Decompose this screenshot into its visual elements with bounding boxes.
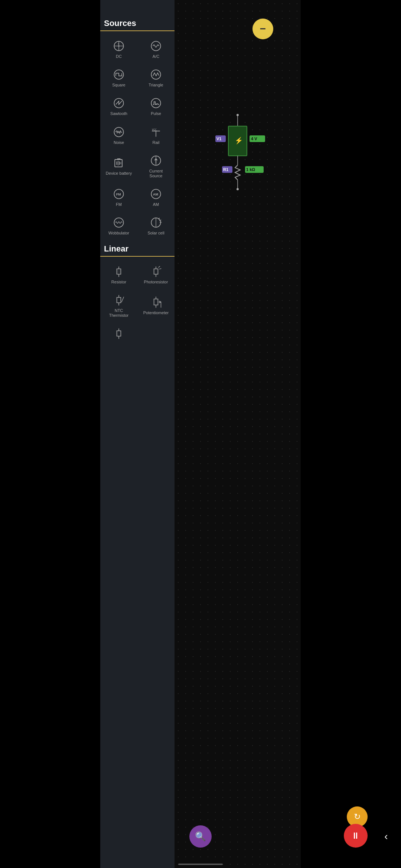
pulse-label: Pulse [151, 111, 161, 116]
left-panel: Sources + DC [100, 0, 175, 868]
component-photoresistor[interactable]: Photoresistor [137, 260, 175, 289]
svg-point-62 [237, 114, 239, 116]
svg-text:⌐: ⌐ [155, 102, 157, 106]
component-device-battery[interactable]: Device battery [100, 149, 137, 183]
sources-grid: + DC A/C [100, 35, 175, 240]
fm-label: FM [116, 202, 122, 207]
svg-text:4 V: 4 V [251, 137, 257, 141]
svg-text:VCC: VCC [152, 128, 157, 131]
sources-section: Sources + DC [100, 15, 175, 240]
sawtooth-label: Sawtooth [110, 111, 127, 116]
linear-header: Linear [100, 240, 175, 257]
wobbulator-icon [112, 216, 125, 229]
fm-icon: FM [112, 187, 125, 201]
canvas-area: ⚡ V1 4 V R1 1 kΩ [175, 0, 301, 868]
component-solar-cell[interactable]: Solar cell [137, 211, 175, 240]
component-ptc[interactable] [100, 322, 137, 346]
svg-text:AM: AM [153, 193, 158, 196]
sawtooth-icon [112, 96, 125, 110]
triangle-label: Triangle [149, 83, 163, 88]
battery-icon [112, 156, 125, 170]
component-wobbulator[interactable]: Wobbulator [100, 211, 137, 240]
svg-text:+: + [117, 42, 119, 46]
rail-label: Rail [153, 140, 160, 145]
svg-text:FM: FM [116, 193, 121, 196]
linear-section: Linear [100, 240, 175, 346]
home-indicator [178, 864, 223, 865]
ntc-thermistor-icon [112, 293, 125, 307]
linear-grid: Resistor Photoresistor [100, 260, 175, 346]
zoom-out-button[interactable]: − [252, 19, 273, 39]
search-button[interactable]: 🔍 [189, 825, 212, 848]
component-rail[interactable]: VCC Rail [137, 121, 175, 149]
ntc-thermistor-label: NTC Thermistor [109, 308, 129, 318]
current-source-label: Current Source [149, 169, 163, 178]
photoresistor-label: Photoresistor [144, 280, 168, 285]
square-label: Square [112, 83, 125, 88]
ac-icon [149, 39, 163, 53]
svg-point-63 [237, 188, 239, 190]
component-am[interactable]: AM AM [137, 183, 175, 211]
svg-text:V1: V1 [216, 137, 221, 141]
pulse-icon: ⌐ [149, 96, 163, 110]
svg-text:1 kΩ: 1 kΩ [246, 167, 255, 172]
component-ac[interactable]: A/C [137, 35, 175, 63]
svg-line-38 [158, 266, 160, 267]
sources-header: Sources [100, 15, 175, 31]
solar-cell-label: Solar cell [147, 231, 164, 236]
potentiometer-icon [149, 296, 163, 309]
search-icon: 🔍 [195, 831, 206, 842]
component-ntc-thermistor[interactable]: NTC Thermistor [100, 289, 137, 322]
svg-text:⚡: ⚡ [235, 137, 243, 145]
svg-line-39 [159, 268, 161, 269]
component-dc[interactable]: + DC [100, 35, 137, 63]
triangle-icon [149, 68, 163, 81]
svg-rect-16 [117, 159, 121, 160]
svg-text:R1: R1 [223, 167, 228, 172]
component-pulse[interactable]: ⌐ Pulse [137, 92, 175, 121]
current-source-icon [149, 154, 163, 167]
component-triangle[interactable]: Triangle [137, 63, 175, 92]
ac-label: A/C [153, 54, 159, 59]
circuit-svg: ⚡ V1 4 V R1 1 kΩ [204, 111, 271, 193]
component-current-source[interactable]: Current Source [137, 149, 175, 183]
svg-point-5 [151, 41, 160, 50]
resistor-label: Resistor [111, 280, 126, 285]
ptc-icon [112, 327, 125, 340]
component-sawtooth[interactable]: Sawtooth [100, 92, 137, 121]
circuit-diagram: ⚡ V1 4 V R1 1 kΩ [204, 111, 271, 194]
component-resistor[interactable]: Resistor [100, 260, 137, 289]
am-icon: AM [149, 187, 163, 201]
component-potentiometer[interactable]: Potentiometer [137, 289, 175, 322]
noise-icon [112, 125, 125, 139]
device-battery-label: Device battery [106, 171, 132, 176]
photoresistor-icon [149, 265, 163, 278]
wobbulator-label: Wobbulator [108, 231, 129, 236]
component-noise[interactable]: Noise [100, 121, 137, 149]
dc-icon: + [112, 39, 125, 53]
svg-line-42 [121, 297, 124, 302]
component-square[interactable]: Square [100, 63, 137, 92]
resistor-icon [112, 265, 125, 278]
svg-point-7 [151, 70, 160, 79]
minus-icon: − [260, 23, 266, 35]
component-fm[interactable]: FM FM [100, 183, 137, 211]
rail-icon: VCC [149, 125, 163, 139]
square-icon [112, 68, 125, 81]
am-label: AM [153, 202, 159, 207]
noise-label: Noise [114, 140, 124, 145]
app-container: Sources + DC [100, 0, 301, 868]
potentiometer-label: Potentiometer [143, 310, 169, 315]
solar-cell-icon [149, 216, 163, 229]
dc-label: DC [116, 54, 122, 59]
